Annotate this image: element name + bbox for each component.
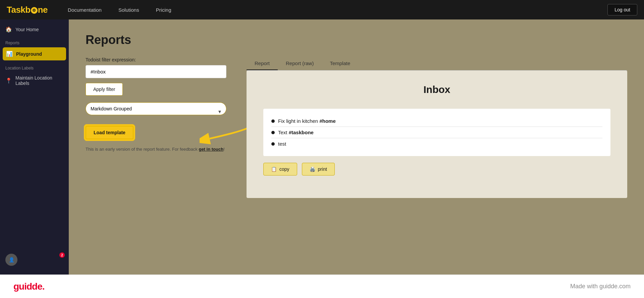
tab-template[interactable]: Template	[322, 57, 358, 70]
guidde-footer: guidde. Made with guidde.com	[0, 275, 644, 298]
sidebar-item-location-labels[interactable]: 📍 Maintain Location Labels	[0, 72, 69, 89]
sidebar: 🏠 Your Home Reports 📊 Playground Locatio…	[0, 19, 69, 275]
page-title: Reports	[86, 33, 627, 47]
bullet-icon	[271, 119, 275, 123]
report-card: Inbox Fix light in kitchen #home Text #t…	[247, 70, 627, 198]
nav-solutions[interactable]: Solutions	[118, 7, 139, 13]
report-item-text-2: Text #taskbone	[278, 130, 314, 135]
content-area: Reports Todoist filter expression: Apply…	[69, 19, 644, 275]
report-items-box: Fix light in kitchen #home Text #taskbon…	[263, 109, 610, 156]
sidebar-home-label: Your Home	[15, 27, 39, 32]
feedback-text: This is an early version of the report f…	[86, 146, 226, 153]
top-navigation: Taskb⚙ne Documentation Solutions Pricing…	[0, 0, 644, 19]
guidde-tagline: Made with guidde.com	[570, 283, 631, 290]
template-select[interactable]: Markdown Grouped Plain List Grouped by P…	[86, 102, 226, 115]
bullet-icon	[271, 142, 275, 146]
report-item: test	[271, 138, 602, 149]
print-icon: 🖨️	[310, 166, 315, 172]
copy-icon: 📋	[271, 166, 277, 172]
bullet-icon	[271, 131, 275, 134]
playground-icon: 📊	[6, 51, 13, 57]
sidebar-item-playground[interactable]: 📊 Playground	[3, 47, 66, 60]
sidebar-playground-label: Playground	[16, 51, 42, 57]
nav-documentation[interactable]: Documentation	[68, 7, 102, 13]
sidebar-item-home[interactable]: 🏠 Your Home	[0, 23, 69, 36]
load-template-button[interactable]: Load template	[86, 126, 133, 139]
apply-filter-button[interactable]: Apply filter	[86, 83, 123, 96]
tab-report[interactable]: Report	[247, 57, 278, 70]
nav-links: Documentation Solutions Pricing	[68, 7, 594, 13]
main-layout: 🏠 Your Home Reports 📊 Playground Locatio…	[0, 19, 644, 275]
avatar-container: 👤 2	[5, 254, 63, 266]
copy-button[interactable]: 📋 copy	[263, 163, 297, 176]
logo[interactable]: Taskb⚙ne	[7, 5, 48, 15]
report-inbox-title: Inbox	[263, 84, 610, 95]
left-panel: Todoist filter expression: Apply filter …	[86, 57, 226, 153]
avatar-badge: 2	[59, 252, 65, 258]
guidde-logo: guidde.	[13, 281, 45, 292]
home-icon: 🏠	[5, 26, 12, 33]
filter-input[interactable]	[86, 65, 226, 78]
report-item: Fix light in kitchen #home	[271, 115, 602, 127]
avatar[interactable]: 👤	[5, 254, 17, 266]
sidebar-location-label: Maintain Location Labels	[15, 75, 63, 86]
template-select-wrapper: Markdown Grouped Plain List Grouped by P…	[86, 102, 226, 120]
filter-label: Todoist filter expression:	[86, 57, 226, 62]
report-actions: 📋 copy 🖨️ print	[263, 163, 610, 176]
reports-layout: Todoist filter expression: Apply filter …	[86, 57, 627, 198]
nav-pricing[interactable]: Pricing	[156, 7, 171, 13]
print-button[interactable]: 🖨️ print	[302, 163, 335, 176]
get-in-touch-link[interactable]: get in touch	[199, 147, 223, 152]
right-panel: Report Report (raw) Template Inbox Fix l…	[247, 57, 627, 198]
report-item-text-3: test	[278, 141, 286, 147]
sidebar-section-reports: Reports	[0, 36, 69, 47]
report-item: Text #taskbone	[271, 127, 602, 138]
report-item-text-1: Fix light in kitchen #home	[278, 118, 336, 124]
logout-button[interactable]: Log out	[607, 4, 637, 15]
tab-report-raw[interactable]: Report (raw)	[278, 57, 322, 70]
report-tabs: Report Report (raw) Template	[247, 57, 627, 70]
location-icon: 📍	[5, 78, 12, 84]
sidebar-section-location: Location Labels	[0, 61, 69, 72]
